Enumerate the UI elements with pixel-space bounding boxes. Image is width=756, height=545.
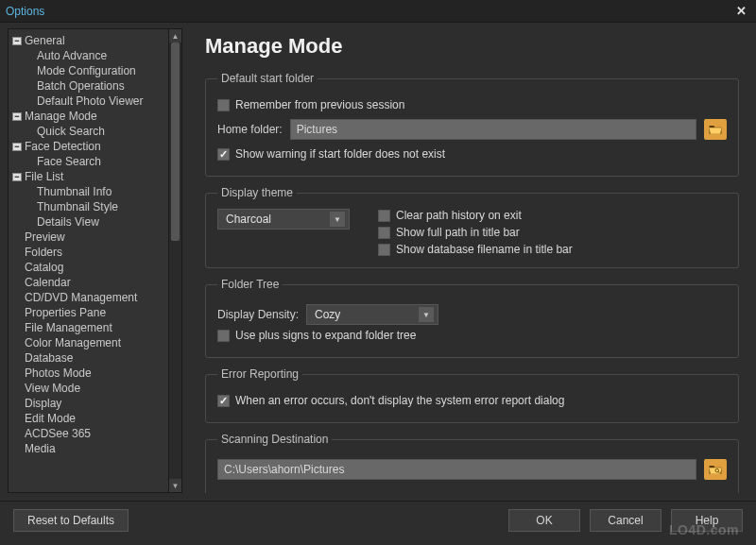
home-folder-label: Home folder: (217, 123, 283, 136)
tree-item[interactable]: Face Search (12, 154, 166, 169)
tree-item[interactable]: Preview (12, 230, 166, 245)
tree-item-label: Display (25, 396, 61, 411)
full-path-checkbox[interactable]: Show full path in title bar (378, 226, 573, 239)
tree-item[interactable]: Database (12, 350, 166, 366)
tree-item[interactable]: Auto Advance (12, 48, 166, 63)
tree-item[interactable]: Folders (12, 245, 166, 260)
tree-item-label: Catalog (25, 260, 63, 275)
tree-item[interactable]: Quick Search (12, 124, 166, 139)
tree-item-label: Manage Mode (25, 109, 97, 124)
legend-start-folder: Default start folder (217, 72, 318, 85)
tree-item-label: Batch Operations (37, 78, 125, 94)
tree-item[interactable]: File Management (12, 320, 166, 335)
browse-home-folder-button[interactable] (704, 119, 727, 140)
tree-item[interactable]: Color Management (12, 335, 166, 350)
db-filename-checkbox[interactable]: Show database filename in title bar (378, 243, 573, 256)
tree-item-label: Properties Pane (25, 305, 106, 320)
tree-item-label: Media (25, 441, 56, 456)
suppress-error-checkbox[interactable]: When an error occurs, don't display the … (217, 394, 564, 407)
tree-item[interactable]: Display (12, 396, 166, 411)
ok-button[interactable]: OK (508, 509, 580, 532)
tree-item-label: Face Search (37, 154, 101, 169)
clear-history-checkbox[interactable]: Clear path history on exit (378, 209, 573, 222)
tree-item[interactable]: −File List (12, 169, 166, 184)
density-select[interactable]: Cozy ▼ (306, 304, 438, 325)
tree-item-label: CD/DVD Management (25, 290, 137, 305)
tree-item[interactable]: Thumbnail Style (12, 199, 166, 214)
tree-item[interactable]: Batch Operations (12, 78, 166, 94)
tree-item[interactable]: Calendar (12, 275, 166, 290)
tree-item-label: Thumbnail Style (37, 199, 118, 214)
tree-item-label: Database (25, 350, 73, 366)
window-title: Options (6, 5, 44, 18)
tree-item-label: Default Photo Viewer (37, 94, 144, 109)
footer: Reset to Defaults OK Cancel Help (0, 501, 756, 538)
tree-item[interactable]: Media (12, 441, 166, 456)
theme-select[interactable]: Charcoal ▼ (217, 209, 350, 230)
tree-item-label: Details View (37, 214, 99, 230)
group-scanning-destination: Scanning Destination (205, 433, 739, 493)
tree-item[interactable]: −Face Detection (12, 139, 166, 154)
scroll-down-icon[interactable]: ▼ (169, 479, 181, 492)
home-folder-input[interactable] (290, 119, 696, 140)
main: −GeneralAuto AdvanceMode ConfigurationBa… (0, 23, 756, 501)
folder-search-icon (709, 464, 722, 475)
tree-item-label: File List (25, 169, 63, 184)
tree-item[interactable]: Thumbnail Info (12, 184, 166, 199)
collapse-icon[interactable]: − (12, 112, 22, 121)
reset-defaults-button[interactable]: Reset to Defaults (13, 509, 129, 532)
tree-item-label: Folders (25, 245, 62, 260)
group-folder-tree: Folder Tree Display Density: Cozy ▼ Use … (205, 278, 739, 358)
tree-item[interactable]: ACDSee 365 (12, 426, 166, 441)
tree-item-label: File Management (25, 320, 112, 335)
tree-item[interactable]: −General (12, 33, 166, 48)
show-warning-checkbox[interactable]: Show warning if start folder does not ex… (217, 147, 445, 161)
tree-scrollbar[interactable]: ▲ ▼ (168, 29, 181, 492)
options-tree-pane: −GeneralAuto AdvanceMode ConfigurationBa… (8, 28, 182, 493)
legend-folder-tree: Folder Tree (217, 278, 283, 291)
tree-item[interactable]: −Manage Mode (12, 109, 166, 124)
tree-item[interactable]: Details View (12, 214, 166, 230)
tree-item-label: Auto Advance (37, 48, 107, 63)
scroll-thumb[interactable] (171, 43, 180, 241)
chevron-down-icon: ▼ (330, 212, 345, 227)
tree-item[interactable]: Edit Mode (12, 411, 166, 426)
plus-signs-checkbox[interactable]: Use plus signs to expand folder tree (217, 329, 416, 342)
page-title: Manage Mode (205, 34, 739, 59)
cancel-button[interactable]: Cancel (590, 509, 662, 532)
density-label: Display Density: (217, 308, 299, 321)
tree-item-label: ACDSee 365 (25, 426, 91, 441)
tree-item-label: General (25, 33, 65, 48)
scanning-path-input[interactable] (217, 459, 696, 480)
collapse-icon[interactable]: − (12, 37, 22, 45)
group-error-reporting: Error Reporting When an error occurs, do… (205, 367, 739, 423)
tree-item-label: Face Detection (25, 139, 101, 154)
density-value: Cozy (315, 308, 340, 321)
tree-item[interactable]: CD/DVD Management (12, 290, 166, 305)
tree-item[interactable]: Default Photo Viewer (12, 94, 166, 109)
chevron-down-icon: ▼ (419, 307, 434, 322)
tree-item-label: Color Management (25, 335, 121, 350)
tree-item-label: Calendar (25, 275, 71, 290)
help-button[interactable]: Help (671, 509, 743, 532)
theme-value: Charcoal (226, 213, 271, 226)
scroll-up-icon[interactable]: ▲ (169, 29, 181, 43)
collapse-icon[interactable]: − (12, 173, 22, 181)
tree-item[interactable]: Photos Mode (12, 366, 166, 381)
tree-item[interactable]: Properties Pane (12, 305, 166, 320)
titlebar: Options ✕ (0, 0, 756, 23)
close-icon[interactable]: ✕ (732, 4, 750, 18)
tree-item-label: Edit Mode (25, 411, 76, 426)
tree-item[interactable]: Catalog (12, 260, 166, 275)
tree-item[interactable]: Mode Configuration (12, 63, 166, 78)
remember-session-label: Remember from previous session (235, 98, 404, 111)
folder-icon (709, 124, 722, 135)
tree-item-label: Quick Search (37, 124, 105, 139)
options-tree[interactable]: −GeneralAuto AdvanceMode ConfigurationBa… (9, 29, 168, 492)
remember-session-checkbox[interactable]: Remember from previous session (217, 98, 404, 111)
tree-item-label: Photos Mode (25, 366, 92, 381)
group-start-folder: Default start folder Remember from previ… (205, 72, 739, 177)
tree-item[interactable]: View Mode (12, 381, 166, 396)
browse-scan-folder-button[interactable] (704, 459, 727, 480)
collapse-icon[interactable]: − (12, 143, 22, 151)
